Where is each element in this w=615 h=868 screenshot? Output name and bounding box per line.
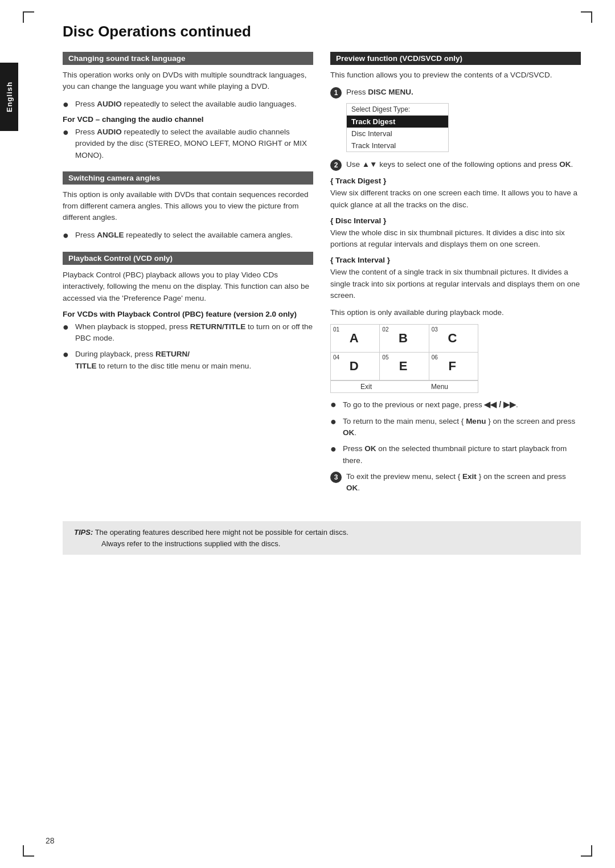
- preview-body: This function allows you to preview the …: [330, 69, 581, 81]
- bullet-prev-next: ● To go to the previous or next page, pr…: [330, 399, 581, 411]
- cell-num-04: 04: [333, 354, 339, 361]
- bullet-dot-angle: ●: [63, 230, 71, 242]
- bullet-pbc-2-text: During playback, press RETURN/TITLE to r…: [75, 349, 313, 372]
- corner-bl: [23, 845, 34, 857]
- menu-box-header: Select Digest Type:: [347, 104, 448, 116]
- disc-interval-header: { Disc Interval }: [330, 216, 581, 225]
- step-2-text: Use ▲▼ keys to select one of the followi…: [346, 159, 573, 171]
- bullet-audio-2-text: Press AUDIO repeatedly to select the ava…: [75, 126, 313, 161]
- step-number-3: 3: [330, 472, 342, 483]
- camera-body: This option is only available with DVDs …: [63, 189, 313, 224]
- pbc-subheading: For VCDs with Playback Control (PBC) fea…: [63, 310, 313, 318]
- tips-label: TIPS:: [74, 528, 93, 537]
- page-number: 28: [46, 836, 55, 845]
- track-interval-body2: This option is only available during pla…: [330, 307, 581, 318]
- grid-footer-menu: Menu: [431, 383, 448, 391]
- bullet-dot-ok: ●: [330, 443, 338, 466]
- bullet-pbc-1: ● When playback is stopped, press RETURN…: [63, 321, 313, 345]
- track-interval-body1: View the content of a single track in si…: [330, 267, 581, 301]
- step-1-text: Press DISC MENU.: [346, 87, 413, 99]
- cell-num-03: 03: [432, 326, 438, 333]
- grid-cell-e: 05 E: [380, 353, 429, 380]
- cell-num-05: 05: [382, 354, 388, 361]
- bullet-dot-pbc2: ●: [63, 349, 71, 372]
- step-3-text: To exit the preview menu, select { Exit …: [346, 471, 581, 494]
- page-title: Disc Operations continued: [63, 23, 581, 40]
- menu-box: Select Digest Type: Track Digest Disc In…: [346, 103, 449, 152]
- cell-num-06: 06: [432, 354, 438, 361]
- section-sound-track: Changing sound track language This opera…: [63, 52, 313, 161]
- track-digest-header: { Track Digest }: [330, 177, 581, 185]
- grid-cell-c: 03 C: [429, 325, 478, 352]
- menu-item-disc-interval[interactable]: Disc Interval: [347, 128, 448, 140]
- grid-footer: Exit Menu: [331, 380, 478, 392]
- step-number-1: 1: [330, 87, 342, 99]
- section-header-sound-track: Changing sound track language: [63, 52, 313, 65]
- track-interval-header: { Track Interval }: [330, 256, 581, 264]
- step-3: 3 To exit the preview menu, select { Exi…: [330, 471, 581, 494]
- corner-tr: [581, 11, 592, 23]
- page-container: English Disc Operations continued Changi…: [0, 0, 615, 868]
- bullet-dot-menu: ●: [330, 416, 338, 439]
- disc-interval-body: View the whole disc in six thumbnail pic…: [330, 227, 581, 251]
- grid-cell-f: 06 F: [429, 353, 478, 380]
- section-playback-control: Playback Control (VCD only) Playback Con…: [63, 252, 313, 372]
- tips-line1: The operating features described here mi…: [95, 528, 348, 537]
- bullet-angle: ● Press ANGLE repeatedly to select the a…: [63, 230, 313, 242]
- track-digest-body: View six different tracks on one screen …: [330, 187, 581, 211]
- section-header-preview: Preview function (VCD/SVCD only): [330, 52, 581, 65]
- section-preview: Preview function (VCD/SVCD only) This fu…: [330, 52, 581, 494]
- bullet-ok-thumbnail: ● Press OK on the selected thumbnail pic…: [330, 443, 581, 466]
- cell-num-01: 01: [333, 326, 339, 333]
- grid-cell-d: 04 D: [331, 353, 380, 380]
- corner-br: [581, 845, 592, 857]
- bullet-audio-1: ● Press AUDIO repeatedly to select the a…: [63, 99, 313, 111]
- bullet-dot-prev: ●: [330, 399, 338, 411]
- grid-cell-a: 01 A: [331, 325, 380, 352]
- nav-arrows: ◀◀ / ▶▶: [484, 400, 516, 409]
- grid-row-1: 01 A 02 B 03 C: [331, 325, 478, 353]
- corner-tl: [23, 11, 34, 23]
- bullet-audio-1-text: Press AUDIO repeatedly to select the ava…: [75, 99, 313, 111]
- grid-row-2: 04 D 05 E 06 F: [331, 353, 478, 380]
- bullet-main-menu-text: To return to the main menu, select { Men…: [343, 416, 581, 439]
- vcd-audio-subheading: For VCD – changing the audio channel: [63, 115, 313, 124]
- right-column: Preview function (VCD/SVCD only) This fu…: [330, 52, 581, 504]
- bullet-angle-text: Press ANGLE repeatedly to select the ava…: [75, 230, 313, 242]
- bullet-audio-2: ● Press AUDIO repeatedly to select the a…: [63, 126, 313, 161]
- grid-cell-b: 02 B: [380, 325, 429, 352]
- grid-display: 01 A 02 B 03 C 0: [330, 324, 478, 393]
- main-columns: Changing sound track language This opera…: [63, 52, 581, 504]
- bullet-pbc-2: ● During playback, press RETURN/TITLE to…: [63, 349, 313, 372]
- bullet-ok-text: Press OK on the selected thumbnail pictu…: [343, 443, 581, 466]
- bullet-prev-text: To go to the previous or next page, pres…: [343, 399, 581, 411]
- cell-num-02: 02: [382, 326, 388, 333]
- step-2: 2 Use ▲▼ keys to select one of the follo…: [330, 159, 581, 171]
- english-tab: English: [0, 63, 18, 131]
- step-1: 1 Press DISC MENU.: [330, 87, 581, 99]
- bullet-main-menu: ● To return to the main menu, select { M…: [330, 416, 581, 439]
- menu-item-track-digest[interactable]: Track Digest: [347, 116, 448, 128]
- pbc-body: Playback Control (PBC) playback allows y…: [63, 269, 313, 304]
- section-header-camera: Switching camera angles: [63, 171, 313, 185]
- section-header-pbc: Playback Control (VCD only): [63, 252, 313, 265]
- left-column: Changing sound track language This opera…: [63, 52, 313, 504]
- menu-item-track-interval[interactable]: Track Interval: [347, 140, 448, 152]
- tips-box: TIPS: The operating features described h…: [63, 521, 581, 555]
- bullet-dot-2: ●: [63, 126, 71, 161]
- grid-footer-exit: Exit: [360, 383, 372, 391]
- tips-line2: Always refer to the instructions supplie…: [74, 539, 280, 548]
- section-camera-angles: Switching camera angles This option is o…: [63, 171, 313, 241]
- bullet-pbc-1-text: When playback is stopped, press RETURN/T…: [75, 321, 313, 345]
- bullet-dot-1: ●: [63, 99, 71, 111]
- sound-track-body: This operation works only on DVDs with m…: [63, 69, 313, 93]
- bullet-dot-pbc1: ●: [63, 321, 71, 345]
- step-number-2: 2: [330, 159, 342, 171]
